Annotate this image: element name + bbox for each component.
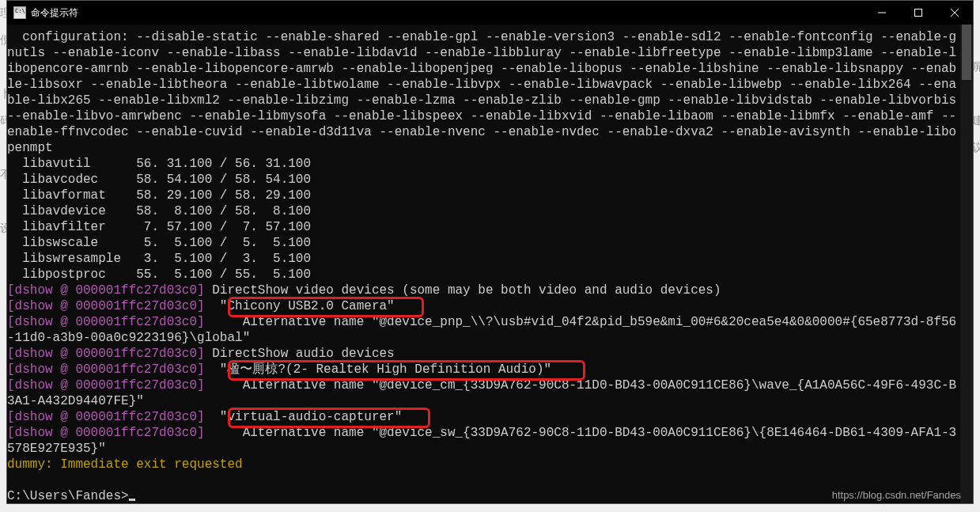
prompt: C:\Users\Fandes> <box>7 489 129 503</box>
cmd-window: 命令提示符 configuration: --disable-static --… <box>6 0 974 504</box>
lib-line: libpostproc 55. 5.100 / 55. 5.100 <box>7 267 311 282</box>
dshow-alt-label: Alternative name <box>205 378 372 393</box>
dshow-video-header-note: (some may be both video and audio device… <box>402 283 721 298</box>
dummy-exit-line: dummy: Immediate exit requested <box>7 457 243 472</box>
terminal-client-area: configuration: --disable-static --enable… <box>7 25 973 503</box>
dshow-video-header: DirectShow video devices <box>205 283 403 298</box>
cursor <box>129 499 135 501</box>
lib-line: libavformat 58. 29.100 / 58. 29.100 <box>7 188 311 203</box>
titlebar[interactable]: 命令提示符 <box>7 1 973 25</box>
maximize-button[interactable] <box>900 1 936 25</box>
config-line: configuration: --disable-static --enable… <box>7 30 964 155</box>
dshow-video-device: "Chicony USB2.0 Camera" <box>205 299 395 313</box>
vertical-scrollbar[interactable] <box>960 25 973 503</box>
svg-rect-0 <box>915 9 922 17</box>
minimize-icon <box>878 9 886 17</box>
dshow-tag: [dshow @ 000001ffc27d03c0] <box>7 378 205 393</box>
minimize-button[interactable] <box>864 1 900 25</box>
lib-line: libswscale 5. 5.100 / 5. 5.100 <box>7 236 311 250</box>
dshow-tag: [dshow @ 000001ffc27d03c0] <box>7 410 205 424</box>
lib-line: libavcodec 58. 54.100 / 58. 54.100 <box>7 173 311 187</box>
terminal-output[interactable]: configuration: --disable-static --enable… <box>7 29 960 503</box>
dshow-tag: [dshow @ 000001ffc27d03c0] <box>7 283 205 298</box>
cmd-icon <box>13 6 26 19</box>
dshow-tag: [dshow @ 000001ffc27d03c0] <box>7 347 205 361</box>
dshow-tag: [dshow @ 000001ffc27d03c0] <box>7 426 205 440</box>
dshow-vac-device: "virtual-audio-capturer" <box>205 410 403 424</box>
dshow-audio-header: DirectShow audio devices <box>205 347 395 361</box>
dshow-audio-device: "楹〜厠椋?(2- Realtek High Definition Audio)… <box>205 362 551 377</box>
maximize-icon <box>914 9 922 17</box>
lib-line: libavdevice 58. 8.100 / 58. 8.100 <box>7 204 311 218</box>
scrollbar-thumb[interactable] <box>962 25 971 80</box>
dshow-alt-label: Alternative name <box>205 315 372 329</box>
dshow-tag: [dshow @ 000001ffc27d03c0] <box>7 299 205 313</box>
lib-line: libswresample 3. 5.100 / 3. 5.100 <box>7 252 311 266</box>
window-title: 命令提示符 <box>31 6 78 20</box>
dshow-tag: [dshow @ 000001ffc27d03c0] <box>7 362 205 377</box>
close-icon <box>951 9 959 17</box>
lib-line: libavutil 56. 31.100 / 56. 31.100 <box>7 157 311 171</box>
close-button[interactable] <box>936 1 973 25</box>
dshow-alt-label: Alternative name <box>205 426 372 440</box>
dshow-tag: [dshow @ 000001ffc27d03c0] <box>7 315 205 329</box>
lib-line: libavfilter 7. 57.100 / 7. 57.100 <box>7 220 311 234</box>
